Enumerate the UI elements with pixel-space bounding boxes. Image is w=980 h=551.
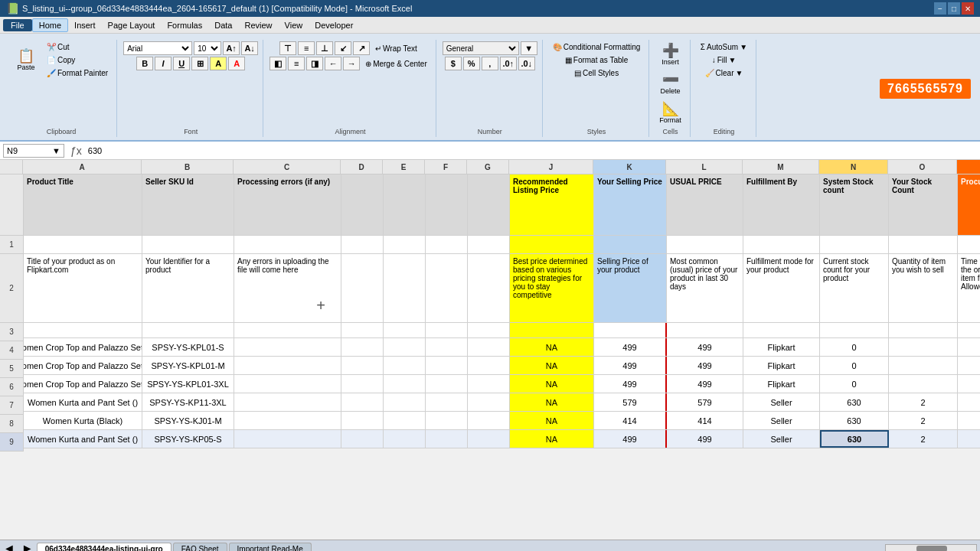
header-seller-sku[interactable]: Seller SKU Id [142,174,234,235]
cell-1o[interactable] [889,236,958,253]
cell-5l[interactable]: 499 [667,357,743,374]
underline-button[interactable]: U [173,57,190,70]
cell-1b[interactable] [142,236,234,253]
cell-8l[interactable]: 414 [667,412,743,429]
cell-8b[interactable]: SPSY-YS-KJ01-M [142,412,234,429]
cell-1c[interactable] [234,236,341,253]
cell-8k[interactable]: 414 [594,412,667,429]
cell-4j[interactable]: NA [510,338,594,356]
cell-6f[interactable] [426,375,468,393]
cell-5k[interactable]: 499 [594,357,667,374]
outdent-button[interactable]: ← [325,57,341,70]
row-header-6[interactable]: 6 [0,378,23,396]
cell-5c[interactable] [234,357,341,374]
horizontal-scrollbar[interactable] [885,544,977,551]
cell-7m[interactable]: Seller [743,393,820,411]
delete-button[interactable]: ➖ Delete [657,70,684,98]
cell-5o[interactable] [889,357,958,374]
col-header-j[interactable]: J [509,160,593,174]
scrollbar-thumb[interactable] [916,546,947,551]
cell-3e[interactable] [384,323,426,337]
cell-6g[interactable] [468,375,510,393]
cell-4m[interactable]: Flipkart [743,338,820,356]
format-as-table-button[interactable]: ▦ Format as Table [561,54,632,66]
cell-2f[interactable] [426,254,468,322]
cell-3a[interactable] [24,323,142,337]
cell-8n[interactable]: 630 [820,412,889,429]
menu-page-layout[interactable]: Page Layout [102,19,162,31]
indent-button[interactable]: → [343,57,360,70]
cell-1n[interactable] [820,236,889,253]
conditional-formatting-button[interactable]: 🎨 Conditional Formatting [549,41,645,53]
cell-2o[interactable]: Quantity of item you wish to sell [889,254,958,322]
header-selling-price[interactable]: Your Selling Price [594,174,667,235]
paste-button[interactable]: 📋 Paste [11,47,41,74]
row-header-1[interactable]: 1 [0,236,23,254]
header-fulfillment[interactable]: Fulfillment By [743,174,820,235]
header-processing-errors[interactable]: Processing errors (if any) [234,174,341,235]
col-header-n[interactable]: N [819,160,888,174]
formula-input[interactable] [88,144,977,158]
header-col-f[interactable] [426,174,468,235]
border-button[interactable]: ⊞ [191,57,208,70]
cell-4l[interactable]: 499 [667,338,743,356]
cell-3m[interactable] [743,323,820,337]
col-header-d[interactable]: D [341,160,383,174]
col-header-l[interactable]: L [666,160,743,174]
cell-3b[interactable] [142,323,234,337]
cell-6b[interactable]: SPSY-YS-KPL01-3XL [142,375,234,393]
row-header-3[interactable]: 3 [0,323,23,341]
menu-insert[interactable]: Insert [68,19,102,31]
align-center-button[interactable]: ≡ [288,57,305,70]
cell-7d[interactable] [341,393,384,411]
col-header-g[interactable]: G [467,160,509,174]
cell-8d[interactable] [341,412,384,429]
cell-6p[interactable] [958,375,980,393]
cell-5p[interactable] [958,357,980,374]
prev-sheet-button[interactable]: ◄ [0,542,18,551]
cell-9o[interactable]: 2 [889,430,958,448]
header-col-g[interactable] [468,174,510,235]
cell-8a[interactable]: Women Kurta (Black) [24,412,142,429]
header-procurement[interactable]: Procurement SLA [958,174,980,235]
cell-3j[interactable] [510,323,594,337]
sheet-tab-3[interactable]: Important Read-Me [229,543,312,551]
cell-6d[interactable] [341,375,384,393]
decimal-decrease-button[interactable]: .0↓ [518,57,535,70]
format-painter-button[interactable]: 🖌️ Format Painter [43,67,112,79]
row-header-5[interactable]: 5 [0,360,23,378]
title-bar-controls[interactable]: − □ ✕ [934,2,974,15]
percent-button[interactable]: % [463,57,480,70]
cell-2g[interactable] [468,254,510,322]
align-right-button[interactable]: ◨ [306,57,323,70]
cell-2a[interactable]: Title of your product as on Flipkart.com [24,254,142,322]
cell-5d[interactable] [341,357,384,374]
cell-2p[interactable]: Time taken to keep the order ready item … [958,254,980,322]
cell-6n[interactable]: 0 [820,375,889,393]
cell-9b[interactable]: SPSY-YS-KP05-S [142,430,234,448]
cell-6e[interactable] [384,375,426,393]
cell-2n[interactable]: Current stock count for your product [820,254,889,322]
cell-6j[interactable]: NA [510,375,594,393]
header-product-title[interactable]: Product Title [24,174,142,235]
cell-8o[interactable]: 2 [889,412,958,429]
cell-1a[interactable] [24,236,142,253]
cell-9f[interactable] [426,430,468,448]
minimize-button[interactable]: − [934,2,946,15]
align-bottom-button[interactable]: ⊥ [316,41,333,55]
cell-4b[interactable]: SPSY-YS-KPL01-S [142,338,234,356]
cell-8e[interactable] [384,412,426,429]
cell-3f[interactable] [426,323,468,337]
cell-4p[interactable] [958,338,980,356]
row-header-4[interactable]: 4 [0,341,23,360]
cell-6k[interactable]: 499 [594,375,667,393]
cell-7k[interactable]: 579 [594,393,667,411]
cell-7o[interactable]: 2 [889,393,958,411]
col-header-a[interactable]: A [23,160,142,174]
cell-6c[interactable] [234,375,341,393]
cell-4n[interactable]: 0 [820,338,889,356]
cell-1f[interactable] [426,236,468,253]
cell-6l[interactable]: 499 [667,375,743,393]
cell-4f[interactable] [426,338,468,356]
indent-increase-button[interactable]: ↙ [335,41,351,55]
